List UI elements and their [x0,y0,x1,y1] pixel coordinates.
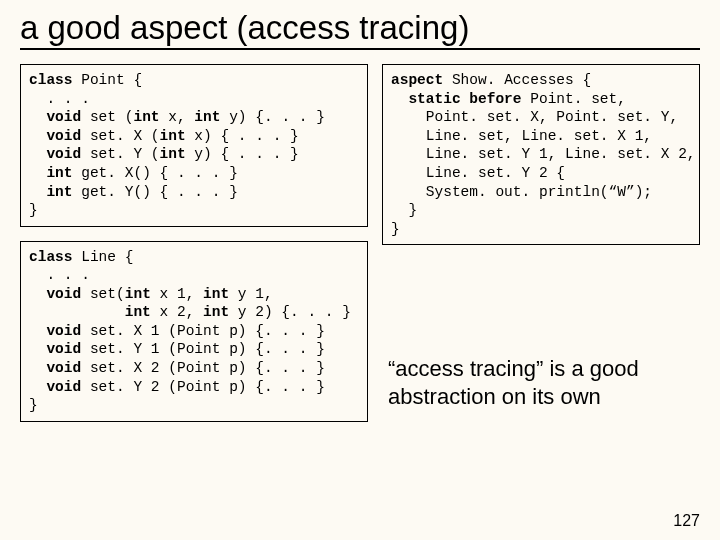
code-text: Line. set, Line. set. X 1, [391,128,652,144]
code-text: set( [81,286,125,302]
code-text: x 2, [151,304,203,320]
columns: class Point { . . . void set (int x, int… [20,64,700,421]
left-column: class Point { . . . void set (int x, int… [20,64,368,421]
kw-class: class [29,249,73,265]
kw-int: int [125,304,151,320]
code-text: y 1, [229,286,273,302]
kw-int: int [133,109,159,125]
slide: a good aspect (access tracing) class Poi… [0,0,720,540]
kw-void: void [29,323,81,339]
note-text: “access tracing” is a good abstraction o… [382,355,700,410]
code-aspect: aspect Show. Accesses { static before Po… [391,71,691,238]
note-line: “access tracing” is a good [388,355,700,383]
code-text: . . . [29,91,90,107]
kw-int: int [194,109,220,125]
note-line: abstraction on its own [388,383,700,411]
code-text: x, [160,109,195,125]
code-text: y) {. . . } [220,109,324,125]
kw-void: void [29,360,81,376]
right-column: aspect Show. Accesses { static before Po… [382,64,700,410]
code-text: set. Y ( [81,146,159,162]
code-text: x 1, [151,286,203,302]
kw-void: void [29,341,81,357]
kw-void: void [29,128,81,144]
kw-void: void [29,109,81,125]
code-text: Line. set. Y 2 { [391,165,565,181]
page-title: a good aspect (access tracing) [20,8,700,50]
code-text: } [29,202,38,218]
code-box-aspect: aspect Show. Accesses { static before Po… [382,64,700,245]
kw-void: void [29,146,81,162]
code-text: Point. set, [522,91,626,107]
kw-void: void [29,286,81,302]
code-text: set. X ( [81,128,159,144]
kw-int: int [160,146,186,162]
code-text: Line { [73,249,134,265]
code-text: Show. Accesses { [443,72,591,88]
kw-class: class [29,72,73,88]
code-point: class Point { . . . void set (int x, int… [29,71,359,219]
code-text: System. out. println(“W”); [391,184,652,200]
code-text: } [391,221,400,237]
kw-int: int [29,165,73,181]
code-text: Point { [73,72,143,88]
code-text: Line. set. Y 1, Line. set. X 2, [391,146,696,162]
code-text: get. X() { . . . } [73,165,238,181]
code-text: y 2) {. . . } [229,304,351,320]
kw-static-before: static before [391,91,522,107]
kw-int: int [203,286,229,302]
code-text: . . . [29,267,90,283]
code-text: set. X 1 (Point p) {. . . } [81,323,325,339]
code-box-point: class Point { . . . void set (int x, int… [20,64,368,226]
kw-int: int [29,184,73,200]
code-box-line: class Line { . . . void set(int x 1, int… [20,241,368,422]
kw-void: void [29,379,81,395]
code-line: class Line { . . . void set(int x 1, int… [29,248,359,415]
code-text: x) { . . . } [186,128,299,144]
code-text: set ( [81,109,133,125]
code-text: set. X 2 (Point p) {. . . } [81,360,325,376]
kw-aspect: aspect [391,72,443,88]
code-text [29,304,125,320]
kw-int: int [203,304,229,320]
kw-int: int [160,128,186,144]
code-text: set. Y 1 (Point p) {. . . } [81,341,325,357]
code-text: get. Y() { . . . } [73,184,238,200]
code-text: } [29,397,38,413]
code-text: Point. set. X, Point. set. Y, [391,109,678,125]
code-text: y) { . . . } [186,146,299,162]
kw-int: int [125,286,151,302]
code-text: } [391,202,417,218]
code-text: set. Y 2 (Point p) {. . . } [81,379,325,395]
page-number: 127 [673,512,700,530]
